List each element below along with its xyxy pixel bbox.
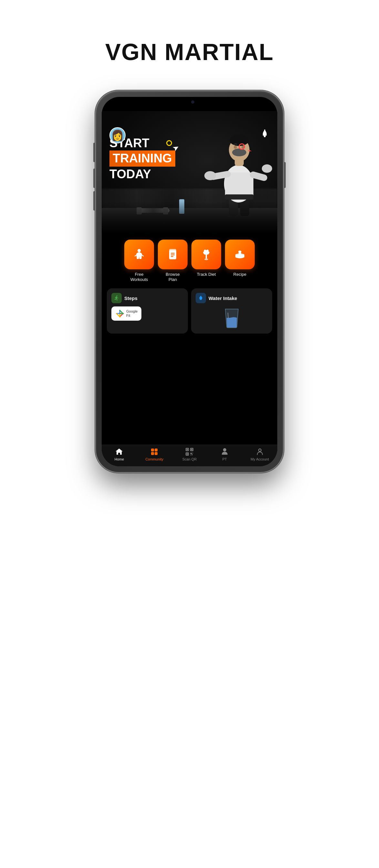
spacer xyxy=(102,336,277,445)
cards-section: Steps GoogleFit xyxy=(102,284,277,336)
steps-card-title: Steps xyxy=(124,296,137,301)
recipe-button[interactable] xyxy=(225,240,255,269)
svg-point-6 xyxy=(204,171,216,180)
hero-text: START TRAINING TODAY xyxy=(109,137,175,180)
page-title: VGN MARTIAL xyxy=(105,39,274,65)
steps-icon xyxy=(112,293,122,303)
hero-overlay xyxy=(102,202,277,234)
quick-actions-grid: FreeWorkouts BrowsePlan xyxy=(102,234,277,284)
water-card-header: Water Intake xyxy=(196,293,267,303)
hero-line3: TODAY xyxy=(109,168,175,180)
pt-icon xyxy=(220,447,229,456)
front-camera xyxy=(191,100,194,104)
svg-rect-23 xyxy=(171,256,173,257)
phone-screen: ➤ ⌁ START TRAINING TODAY 👩 xyxy=(102,97,277,466)
water-icon xyxy=(196,293,206,303)
nav-label-scan-qr: Scan QR xyxy=(182,457,197,461)
nav-item-my-account[interactable]: My Account xyxy=(250,447,270,461)
nav-label-community: Community xyxy=(145,457,163,461)
svg-rect-21 xyxy=(171,253,175,254)
nav-label-my-account: My Account xyxy=(251,457,269,461)
svg-point-25 xyxy=(204,259,208,260)
svg-rect-17 xyxy=(264,129,265,131)
nav-item-scan-qr[interactable]: Scan QR xyxy=(180,447,199,461)
action-track-diet: Track Diet xyxy=(191,240,221,282)
svg-rect-41 xyxy=(190,453,192,454)
nav-item-community[interactable]: Community xyxy=(145,447,164,461)
steps-card-header: Steps xyxy=(112,293,183,303)
screen-content: ➤ ⌁ START TRAINING TODAY 👩 xyxy=(102,111,277,466)
svg-rect-40 xyxy=(187,454,188,455)
svg-rect-44 xyxy=(192,454,192,455)
home-icon xyxy=(115,447,123,456)
water-intake-card[interactable]: Water Intake xyxy=(191,288,272,334)
scan-qr-icon xyxy=(185,447,194,456)
svg-rect-38 xyxy=(191,449,192,450)
google-fit-text: GoogleFit xyxy=(126,309,137,318)
water-card-title: Water Intake xyxy=(209,296,237,301)
phone-shell: ➤ ⌁ START TRAINING TODAY 👩 xyxy=(96,91,283,472)
nav-item-pt[interactable]: PT xyxy=(215,447,234,461)
svg-rect-20 xyxy=(169,249,176,252)
steps-card[interactable]: Steps GoogleFit xyxy=(107,288,188,334)
my-account-icon xyxy=(256,447,264,456)
svg-rect-34 xyxy=(155,452,158,455)
action-browse-plan: BrowsePlan xyxy=(158,240,188,282)
zigzag-deco: ⌁ xyxy=(248,147,251,154)
svg-point-30 xyxy=(238,251,242,252)
svg-point-46 xyxy=(259,449,261,452)
svg-point-18 xyxy=(137,249,141,252)
track-diet-label: Track Diet xyxy=(197,272,216,277)
recipe-label: Recipe xyxy=(233,272,246,277)
hero-scene: ➤ ⌁ START TRAINING TODAY 👩 xyxy=(102,111,277,234)
svg-rect-43 xyxy=(190,455,191,455)
google-fit-badge[interactable]: GoogleFit xyxy=(112,306,141,321)
water-glass-container xyxy=(196,306,267,329)
svg-point-13 xyxy=(234,146,237,149)
svg-point-16 xyxy=(264,135,266,137)
notch xyxy=(164,97,215,107)
svg-rect-33 xyxy=(151,452,154,455)
svg-point-8 xyxy=(262,164,272,173)
svg-rect-31 xyxy=(151,448,154,452)
svg-point-45 xyxy=(223,448,226,452)
browse-plan-label: BrowsePlan xyxy=(166,272,180,282)
action-recipe: Recipe xyxy=(225,240,255,282)
hero-section: ➤ ⌁ START TRAINING TODAY 👩 xyxy=(102,111,277,234)
deco-circle-red xyxy=(239,144,245,150)
nav-item-home[interactable]: Home xyxy=(109,447,129,461)
bell-icon[interactable] xyxy=(260,129,270,139)
svg-rect-42 xyxy=(192,453,193,454)
hero-line2: TRAINING xyxy=(109,151,175,166)
svg-rect-24 xyxy=(206,254,207,259)
svg-rect-36 xyxy=(187,449,188,450)
track-diet-button[interactable] xyxy=(191,240,221,269)
nav-label-home: Home xyxy=(115,457,124,461)
community-icon xyxy=(150,447,159,456)
browse-plan-button[interactable] xyxy=(158,240,188,269)
svg-rect-32 xyxy=(155,448,158,452)
free-workouts-button[interactable] xyxy=(124,240,154,269)
nav-label-pt: PT xyxy=(222,457,227,461)
free-workouts-label: FreeWorkouts xyxy=(130,272,148,282)
profile-avatar[interactable]: 👩 xyxy=(109,127,126,144)
bottom-nav: Home Community xyxy=(102,445,277,466)
svg-rect-22 xyxy=(171,254,175,255)
svg-rect-4 xyxy=(225,194,253,199)
action-free-workouts: FreeWorkouts xyxy=(124,240,154,282)
svg-point-12 xyxy=(232,149,246,156)
